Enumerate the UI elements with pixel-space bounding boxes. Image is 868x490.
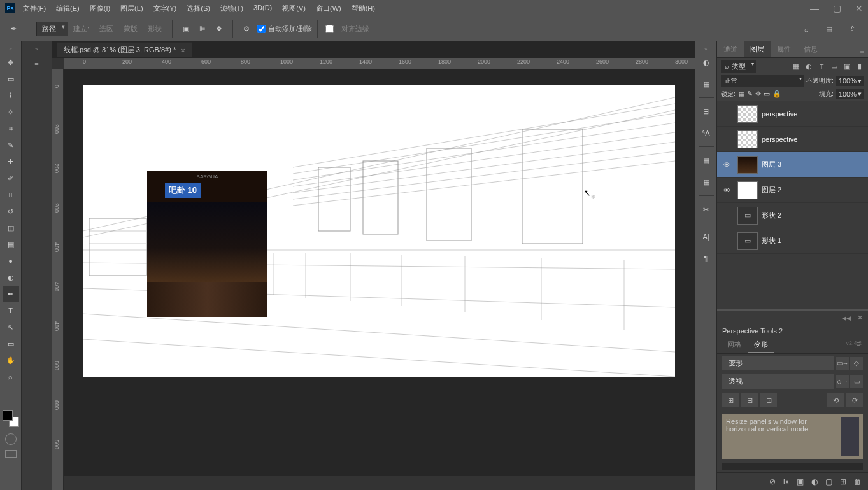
layer-row[interactable]: 形状 2 bbox=[717, 203, 868, 228]
zoom-tool[interactable]: ⌕ bbox=[3, 369, 19, 384]
close-icon[interactable]: ✕ bbox=[855, 3, 863, 13]
pp-tab-grid[interactable]: 网格 bbox=[721, 337, 748, 353]
pp-tool-undo[interactable]: ⟲ bbox=[827, 393, 844, 407]
clone-stamp-tool[interactable]: ⎍ bbox=[3, 187, 19, 202]
filter-adjust-icon[interactable]: ◐ bbox=[804, 62, 813, 71]
pp-tool-1[interactable]: ⊞ bbox=[722, 393, 739, 407]
warp-icon-2[interactable]: ◇ bbox=[850, 357, 863, 370]
search-icon[interactable]: ⌕ bbox=[800, 24, 812, 35]
swatches-dock-icon[interactable]: ▦ bbox=[699, 76, 714, 92]
text-tool[interactable]: T bbox=[3, 303, 19, 318]
menu-3d[interactable]: 3D(D) bbox=[253, 4, 272, 13]
tab-properties[interactable]: 属性 bbox=[771, 41, 797, 57]
path-mode-dropdown[interactable]: 路径 bbox=[36, 22, 68, 36]
expand-tools-icon[interactable]: » bbox=[0, 45, 21, 52]
delete-layer-icon[interactable]: 🗑 bbox=[854, 477, 862, 486]
lock-all-icon[interactable]: 🔒 bbox=[772, 90, 781, 98]
filter-toggle-icon[interactable]: ▮ bbox=[855, 62, 864, 71]
path-select-tool[interactable]: ↖ bbox=[3, 319, 19, 335]
pp-tool-3[interactable]: ⊡ bbox=[760, 393, 777, 407]
layer-mask-icon[interactable]: ▣ bbox=[797, 477, 804, 486]
crop-tool[interactable]: ⌗ bbox=[3, 121, 19, 136]
group-icon[interactable]: ▢ bbox=[825, 477, 832, 486]
pen-preset-icon[interactable]: ✒ bbox=[8, 24, 19, 35]
character-dock-icon[interactable]: A| bbox=[699, 229, 714, 244]
persp-icon-1[interactable]: ◇→ bbox=[836, 375, 849, 388]
libraries-dock-icon[interactable]: ▤ bbox=[699, 153, 714, 168]
path-align-icon[interactable]: ⊫ bbox=[197, 24, 208, 35]
layer-fx-icon[interactable]: fx bbox=[783, 477, 789, 486]
doc-tab[interactable]: 线框.psd @ 31% (图层 3, RGB/8#) * × bbox=[57, 42, 192, 57]
make-mask[interactable]: 蒙版 bbox=[124, 24, 138, 34]
align-edges-checkbox[interactable] bbox=[325, 25, 334, 33]
lasso-tool[interactable]: ⌇ bbox=[3, 88, 19, 103]
auto-add-checkbox[interactable] bbox=[257, 25, 266, 33]
layer-row[interactable]: 形状 1 bbox=[717, 228, 868, 254]
history-brush-tool[interactable]: ↺ bbox=[3, 204, 19, 219]
lock-pixels-icon[interactable]: ✎ bbox=[747, 90, 753, 98]
lock-transparency-icon[interactable]: ▦ bbox=[738, 90, 744, 98]
layer-row[interactable]: 👁图层 3 bbox=[717, 152, 868, 178]
menu-edit[interactable]: 编辑(E) bbox=[56, 4, 80, 13]
healing-tool[interactable]: ✚ bbox=[3, 154, 19, 169]
paragraph-dock-icon[interactable]: ¶ bbox=[699, 251, 714, 266]
adjustments-dock-icon[interactable]: ⊟ bbox=[699, 104, 714, 119]
screen-mode-icon[interactable] bbox=[5, 450, 17, 458]
maximize-icon[interactable]: ▢ bbox=[833, 3, 841, 13]
blur-tool[interactable]: ● bbox=[3, 253, 19, 269]
make-selection[interactable]: 选区 bbox=[99, 24, 113, 34]
styles-dock-icon[interactable]: ᴬA bbox=[699, 125, 714, 141]
minimize-icon[interactable]: — bbox=[810, 3, 819, 13]
close-tab-icon[interactable]: × bbox=[181, 46, 185, 54]
persp-icon-2[interactable]: ▭ bbox=[850, 375, 863, 388]
visibility-toggle[interactable]: 👁 bbox=[720, 186, 734, 194]
menu-file[interactable]: 文件(F) bbox=[23, 4, 46, 13]
tab-layers[interactable]: 图层 bbox=[744, 41, 771, 57]
menu-help[interactable]: 帮助(H) bbox=[352, 4, 375, 13]
layer-row[interactable]: 👁图层 2 bbox=[717, 178, 868, 203]
path-arrange-icon[interactable]: ❖ bbox=[213, 24, 225, 35]
actions-dock-icon[interactable]: ✂ bbox=[699, 202, 714, 217]
magic-wand-tool[interactable]: ✧ bbox=[3, 104, 19, 120]
perspective-button[interactable]: 透视 bbox=[722, 374, 834, 389]
pen-tool[interactable]: ✒ bbox=[3, 286, 19, 302]
layer-row[interactable]: perspective bbox=[717, 101, 868, 127]
marquee-tool[interactable]: ▭ bbox=[3, 71, 19, 87]
lock-position-icon[interactable]: ✥ bbox=[755, 90, 761, 98]
share-icon[interactable]: ⇪ bbox=[846, 24, 858, 35]
warp-button[interactable]: 变形 bbox=[722, 356, 834, 370]
menu-view[interactable]: 视图(V) bbox=[282, 4, 306, 13]
expand-dock-icon[interactable]: « bbox=[22, 45, 52, 52]
tab-channels[interactable]: 通道 bbox=[717, 41, 744, 57]
pp-scrollbar[interactable] bbox=[722, 463, 863, 470]
menu-image[interactable]: 图像(I) bbox=[90, 4, 110, 13]
eraser-tool[interactable]: ◫ bbox=[3, 220, 19, 235]
shape-tool[interactable]: ▭ bbox=[3, 336, 19, 351]
close-panel-icon[interactable]: ✕ bbox=[857, 314, 863, 322]
filter-text-icon[interactable]: T bbox=[817, 62, 826, 71]
new-layer-icon[interactable]: ⊞ bbox=[840, 477, 846, 486]
workspace-icon[interactable]: ▤ bbox=[823, 24, 835, 35]
brush-tool[interactable]: ✐ bbox=[3, 171, 19, 186]
move-tool[interactable]: ✥ bbox=[3, 55, 19, 70]
filter-pixel-icon[interactable]: ▦ bbox=[792, 62, 800, 71]
tab-info[interactable]: 信息 bbox=[797, 41, 824, 57]
hand-tool[interactable]: ✋ bbox=[3, 353, 19, 368]
expand-right-dock-icon[interactable]: « bbox=[695, 45, 716, 52]
filter-shape-icon[interactable]: ▭ bbox=[830, 62, 839, 71]
menu-layer[interactable]: 图层(L) bbox=[120, 4, 143, 13]
gradient-tool[interactable]: ▤ bbox=[3, 237, 19, 252]
collapse-panel-icon[interactable]: ◀◀ bbox=[842, 315, 851, 321]
layer-filter-dropdown[interactable]: ⌕类型 bbox=[721, 60, 756, 73]
path-ops-icon[interactable]: ▣ bbox=[180, 24, 192, 35]
layer-row[interactable]: perspective bbox=[717, 127, 868, 152]
fill-value[interactable]: 100%▾ bbox=[836, 89, 864, 99]
panel-menu-icon[interactable]: ≡ bbox=[857, 45, 868, 57]
gear-icon[interactable]: ⚙ bbox=[241, 24, 252, 35]
filter-smart-icon[interactable]: ▣ bbox=[843, 62, 851, 71]
make-shape[interactable]: 形状 bbox=[148, 24, 162, 34]
edit-toolbar[interactable]: ⋯ bbox=[3, 386, 19, 401]
color-swatch[interactable] bbox=[3, 410, 19, 427]
perspective-menu-icon[interactable]: ≡ bbox=[853, 337, 864, 350]
menu-select[interactable]: 选择(S) bbox=[187, 4, 210, 13]
